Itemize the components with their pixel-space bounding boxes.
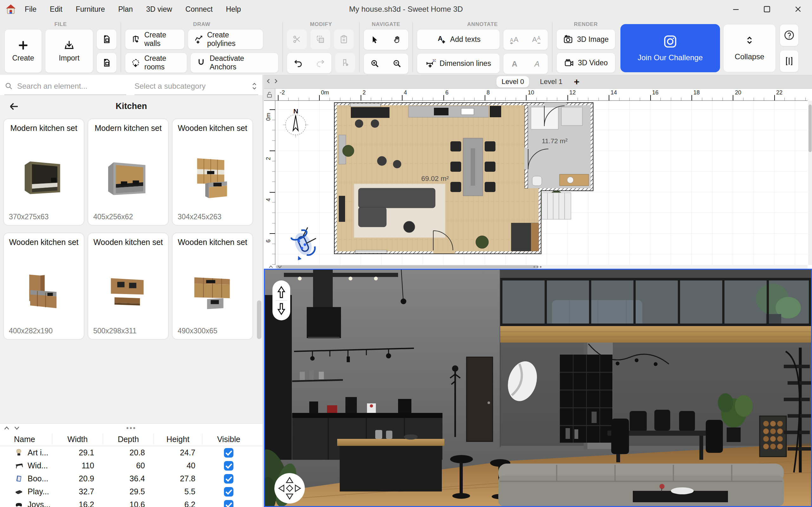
increase-text-size-button[interactable]: AA	[503, 30, 525, 50]
toolbar-section-render: RENDER 3D Image 3D Video	[556, 20, 615, 73]
create-walls-icon	[131, 35, 141, 44]
subcategory-select[interactable]: Select a subcategory	[135, 78, 258, 95]
column-header-name[interactable]: Name	[0, 434, 52, 445]
catalog-item[interactable]: Wooden kitchen set 500x298x311	[88, 233, 169, 340]
dining-chair	[450, 141, 461, 152]
3d-view[interactable]	[264, 269, 812, 507]
import-button[interactable]: Import	[45, 29, 93, 73]
column-header-height[interactable]: Height	[154, 434, 202, 445]
table-row[interactable]: Joys... 16.210.66.2	[0, 498, 263, 507]
create-polylines-button[interactable]: Create polylines	[188, 29, 263, 49]
menu-3d-view[interactable]: 3D view	[146, 5, 172, 14]
cut-button[interactable]	[287, 29, 307, 49]
bold-style-button[interactable]: A	[503, 54, 525, 74]
paste-button[interactable]	[334, 29, 354, 49]
3d-video-button[interactable]: 3D Video	[556, 53, 615, 73]
table-header: Name Width Depth Height Visible	[0, 432, 263, 446]
floor-plan-canvas[interactable]: 69.02 m² 11.72 m² N	[275, 101, 808, 265]
desk	[351, 107, 390, 118]
move-down-icon[interactable]	[276, 302, 287, 315]
table-row[interactable]: Art i... 29.120.824.7	[0, 446, 263, 459]
visible-checkbox[interactable]	[224, 474, 234, 484]
redo-button[interactable]	[309, 53, 332, 73]
catalog-table-divider[interactable]: •••	[0, 424, 263, 432]
tab-level-1[interactable]: Level 1	[535, 76, 567, 88]
column-header-width[interactable]: Width	[52, 434, 103, 445]
column-header-visible[interactable]: Visible	[202, 434, 255, 445]
maximize-button[interactable]	[761, 3, 773, 15]
import-label: Import	[59, 54, 79, 62]
table-row[interactable]: Play... 32.729.55.5	[0, 485, 263, 498]
page-down-icon[interactable]	[13, 425, 20, 431]
toolbar-divider	[282, 22, 283, 72]
menu-help[interactable]: Help	[226, 5, 241, 14]
toolbar-section-navigate: NAVIGATE	[363, 20, 409, 74]
dining-chair	[485, 141, 496, 152]
divider-drag-handle-icon[interactable]: •••	[126, 424, 136, 432]
move-up-icon[interactable]	[276, 286, 287, 298]
add-furniture-button[interactable]	[335, 53, 355, 73]
copy-button[interactable]	[310, 29, 331, 49]
undo-button[interactable]	[287, 53, 309, 73]
red-flower	[659, 484, 664, 489]
add-level-button[interactable]: +	[574, 77, 579, 87]
toggle-panels-button[interactable]	[780, 50, 799, 72]
catalog-item[interactable]: Modern kitchen set 370x275x63	[3, 118, 84, 226]
join-challenge-button[interactable]: Join Our Challenge	[620, 24, 720, 72]
add-texts-button[interactable]: A Add texts	[417, 29, 500, 49]
page-up-icon[interactable]	[3, 425, 10, 431]
import-home-button[interactable]	[96, 29, 117, 49]
minimize-button[interactable]	[729, 3, 742, 15]
menu-edit[interactable]: Edit	[50, 5, 62, 14]
menu-connect[interactable]: Connect	[186, 5, 213, 14]
menu-plan[interactable]: Plan	[118, 5, 133, 14]
dimension-lines-button[interactable]: 10 Dimension lines	[417, 53, 500, 73]
help-button[interactable]	[780, 24, 799, 46]
create-button[interactable]: Create	[4, 29, 42, 73]
catalog-item[interactable]: Modern kitchen set 405x256x62	[88, 118, 169, 226]
table-row[interactable]: Wid... 1106040	[0, 459, 263, 472]
zoom-in-button[interactable]	[364, 54, 386, 74]
scroll-right-icon[interactable]	[273, 78, 278, 84]
visible-checkbox[interactable]	[224, 487, 234, 497]
zoom-out-button[interactable]	[386, 54, 408, 74]
visible-checkbox[interactable]	[224, 461, 234, 470]
elevation-control[interactable]	[272, 280, 290, 320]
column-header-depth[interactable]: Depth	[103, 434, 154, 445]
split-up-icon[interactable]	[268, 265, 274, 269]
visible-checkbox[interactable]	[224, 500, 234, 507]
table-row[interactable]: Boo... 20.936.427.8	[0, 472, 263, 485]
3d-image-button[interactable]: 3D Image	[556, 29, 615, 49]
export-home-button[interactable]	[96, 53, 117, 73]
scroll-left-icon[interactable]	[266, 78, 271, 84]
tab-level-0[interactable]: Level 0	[496, 76, 529, 88]
plan-vertical-scrollbar[interactable]	[808, 101, 812, 265]
bathroom-left-wall	[525, 105, 528, 188]
search-input[interactable]	[17, 82, 126, 91]
catalog-item[interactable]: Wooden kitchen set 400x282x190	[3, 233, 84, 340]
pan-tool-button[interactable]	[386, 30, 408, 50]
catalog-item[interactable]: Wooden kitchen set 490	[172, 233, 253, 340]
catalog-scrollbar[interactable]	[257, 300, 261, 339]
menu-file[interactable]: File	[25, 5, 37, 14]
select-tool-button[interactable]	[364, 30, 386, 50]
create-rooms-button[interactable]: Create rooms	[125, 53, 187, 73]
row-name: Play...	[28, 487, 49, 496]
create-walls-button[interactable]: Create walls	[125, 29, 185, 49]
catalog-item[interactable]: Wooden kitchen set	[172, 118, 253, 226]
close-button[interactable]	[792, 3, 804, 15]
collapse-toolbar-button[interactable]: Collapse	[723, 24, 776, 72]
decrease-text-size-button[interactable]: AA	[525, 30, 548, 50]
3d-navigation-dpad[interactable]	[274, 473, 305, 504]
back-button[interactable]	[7, 100, 21, 113]
kettle	[309, 401, 318, 413]
split-down-icon[interactable]	[276, 265, 283, 269]
visible-checkbox[interactable]	[224, 448, 234, 458]
unlock-icon[interactable]	[266, 91, 273, 99]
deactivate-anchors-button[interactable]: Deactivate Anchors	[190, 53, 278, 73]
catalog-search-row: Select a subcategory	[0, 75, 263, 95]
exterior-steps	[542, 193, 571, 219]
italic-style-button[interactable]: A	[525, 54, 548, 74]
menu-furniture[interactable]: Furniture	[76, 5, 105, 14]
mezzanine-wood-fascia	[500, 326, 811, 343]
